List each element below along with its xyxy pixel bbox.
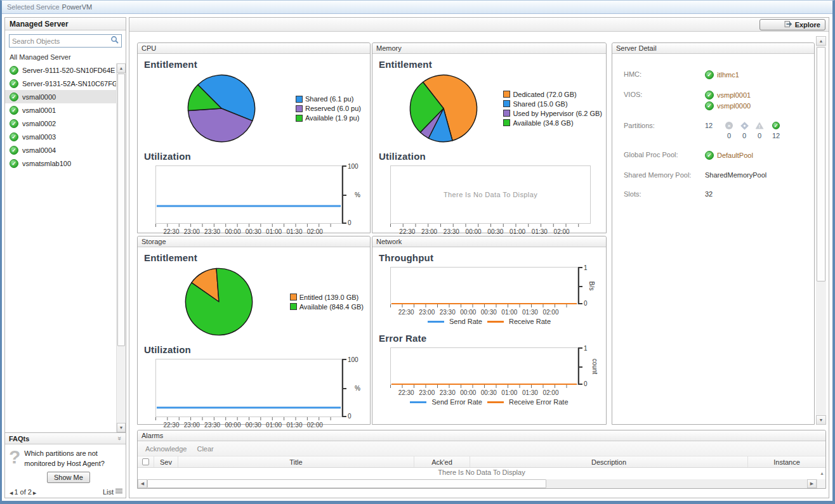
server-name: vsmatsmlab100 xyxy=(22,160,71,167)
normal-state-icon: ✓ xyxy=(772,122,780,129)
search-icon[interactable] xyxy=(110,36,119,47)
search-box xyxy=(9,34,122,48)
explore-button[interactable]: Explore xyxy=(759,19,825,30)
main-scrollbar[interactable]: ▲ ▼ xyxy=(816,36,826,425)
vios-link[interactable]: vsmpl0000 xyxy=(717,102,751,110)
global-proc-pool-row: Global Proc Pool: ✓DefaultPool xyxy=(624,151,814,160)
legend-item: Used by Hypervisor (6.2 GB) xyxy=(503,110,602,117)
alarms-horizontal-scrollbar[interactable]: ◀ ▶ xyxy=(138,479,825,488)
fatal-state-icon: × xyxy=(725,122,733,129)
server-detail-title: Server Detail xyxy=(612,43,814,54)
legend-label: Available (1.9 pu) xyxy=(305,114,359,122)
scrollbar-track[interactable] xyxy=(546,479,807,488)
server-item[interactable]: ✓vsmal0003 xyxy=(5,130,116,143)
global-proc-pool-link[interactable]: DefaultPool xyxy=(717,152,753,159)
y-max-label: 1 xyxy=(584,345,588,352)
cpu-utilization-line xyxy=(157,205,341,207)
legend-label: Available (848.4 GB) xyxy=(299,303,364,311)
y-axis: 1 0 count xyxy=(578,347,601,385)
column-header-title[interactable]: Title xyxy=(178,456,414,467)
storage-panel-title: Storage xyxy=(138,236,370,247)
clear-button[interactable]: Clear xyxy=(197,445,213,453)
legend-swatch xyxy=(487,401,504,403)
server-item[interactable]: ✓vsmatsmlab100 xyxy=(5,157,116,170)
scroll-left-icon[interactable]: ◀ xyxy=(138,479,147,488)
storage-pie-legend: Entitled (139.0 GB) Available (848.4 GB) xyxy=(290,294,364,311)
cpu-entitlement-heading: Entitlement xyxy=(138,54,370,70)
explore-label: Explore xyxy=(795,21,820,29)
server-item-selected[interactable]: ✓vsmal0000 xyxy=(5,90,116,103)
hmc-value[interactable]: ✓itlhmc1 xyxy=(705,70,739,79)
memory-utilization-chart: There Is No Data To Display 22:3023:0023… xyxy=(390,165,601,235)
memory-utilization-heading: Utilization xyxy=(372,146,606,162)
legend-label: Used by Hypervisor (6.2 GB) xyxy=(513,110,602,117)
scroll-right-icon[interactable]: ▶ xyxy=(807,479,817,488)
acknowledge-button[interactable]: Acknowledge xyxy=(145,445,187,453)
legend-item: Reserved (6.0 pu) xyxy=(296,105,361,112)
y-max-label: 100 xyxy=(348,356,358,363)
legend-swatch xyxy=(428,321,444,323)
error-rate-legend: Send Error Rate Receive Error Rate xyxy=(372,398,606,406)
partitions-row: Partitions: 12 × ! ✓ 0 0 0 12 xyxy=(624,122,814,139)
column-header-acked[interactable]: Ack'ed xyxy=(414,456,470,467)
plot-area xyxy=(155,165,342,224)
server-list: ✓Server-9111-520-SN10FD64E ✓Server-9131-… xyxy=(5,63,126,432)
show-me-button[interactable]: Show Me xyxy=(47,472,90,483)
sidebar-scrollbar[interactable]: ▲ ▼ xyxy=(116,63,126,432)
scroll-up-icon[interactable]: ▲ xyxy=(820,468,824,478)
selected-service-value: PowerVM xyxy=(62,3,93,11)
scroll-down-icon[interactable]: ▼ xyxy=(816,415,826,425)
error-rate-chart: 1 0 count 22:3023:0023:3000:0000:3001:00… xyxy=(390,347,601,396)
faq-header[interactable]: FAQts » xyxy=(5,433,126,444)
scroll-up-icon[interactable]: ▲ xyxy=(816,36,826,46)
server-item[interactable]: ✓Server-9131-52A-SN10C67FG xyxy=(5,77,116,90)
main-region: Summary - vsmal0000 Explore CPU Entitlem… xyxy=(129,17,829,498)
storage-utilization-line xyxy=(157,406,341,409)
scrollbar-thumb[interactable] xyxy=(817,47,825,281)
x-axis-ticks xyxy=(155,224,342,227)
server-group-label: All Managed Server xyxy=(5,50,126,63)
select-all-checkbox[interactable] xyxy=(142,458,149,465)
question-mark-icon: ? xyxy=(9,448,20,468)
slots-label: Slots: xyxy=(624,190,705,198)
y-unit-label: % xyxy=(355,191,360,198)
y-min-label: 0 xyxy=(584,300,588,307)
pager-next-icon[interactable]: ▶ xyxy=(33,491,36,495)
scrollbar-thumb[interactable] xyxy=(147,479,546,488)
server-item[interactable]: ✓Server-9111-520-SN10FD64E xyxy=(5,63,116,77)
storage-utilization-heading: Utilization xyxy=(138,339,370,355)
legend-swatch xyxy=(290,303,297,310)
scrollbar-thumb[interactable] xyxy=(117,74,125,346)
server-item[interactable]: ✓vsmal0004 xyxy=(5,143,116,157)
y-unit-label: B/s xyxy=(588,281,595,290)
search-row xyxy=(5,30,126,50)
cpu-panel-title: CPU xyxy=(138,43,370,54)
vios-value[interactable]: ✓vsmpl0000 xyxy=(705,101,751,110)
global-proc-pool-value[interactable]: ✓DefaultPool xyxy=(705,151,753,160)
alarms-table-body: There Is No Data To Display ▲ xyxy=(138,468,825,478)
pager-prev-icon[interactable]: ◀ xyxy=(10,491,13,495)
list-view-toggle[interactable]: List xyxy=(103,488,122,496)
memory-entitlement-heading: Entitlement xyxy=(372,54,606,70)
cpu-entitlement-pie xyxy=(186,73,257,144)
server-item[interactable]: ✓vsmal0002 xyxy=(5,117,116,130)
x-axis-labels: 22:3023:0023:3000:0000:3001:0001:3002:00 xyxy=(390,309,578,316)
scroll-up-icon[interactable]: ▲ xyxy=(117,63,126,73)
server-name: Server-9131-52A-SN10C67FG xyxy=(22,80,117,87)
sidebar-title: Managed Server xyxy=(5,18,126,30)
hmc-link[interactable]: itlhmc1 xyxy=(717,71,739,79)
column-header-instance[interactable]: Instance xyxy=(748,456,825,467)
vios-link[interactable]: vsmpl0001 xyxy=(717,91,751,99)
column-header-description[interactable]: Description xyxy=(470,456,748,467)
storage-entitlement-heading: Entitlement xyxy=(138,247,370,263)
collapse-chevron-icon[interactable]: » xyxy=(114,436,125,440)
y-unit-label: count xyxy=(591,358,598,373)
legend-label: Shared (6.1 pu) xyxy=(305,95,353,103)
server-item[interactable]: ✓vsmal0001 xyxy=(5,103,116,117)
vios-value[interactable]: ✓vsmpl0001 xyxy=(705,91,751,100)
shared-memory-pool-row: Shared Memory Pool: SharedMemoryPool xyxy=(624,171,814,179)
column-header-sev[interactable]: Sev xyxy=(154,456,178,467)
search-input[interactable] xyxy=(10,37,110,45)
status-normal-icon: ✓ xyxy=(10,132,18,141)
scroll-down-icon[interactable]: ▼ xyxy=(117,423,126,432)
